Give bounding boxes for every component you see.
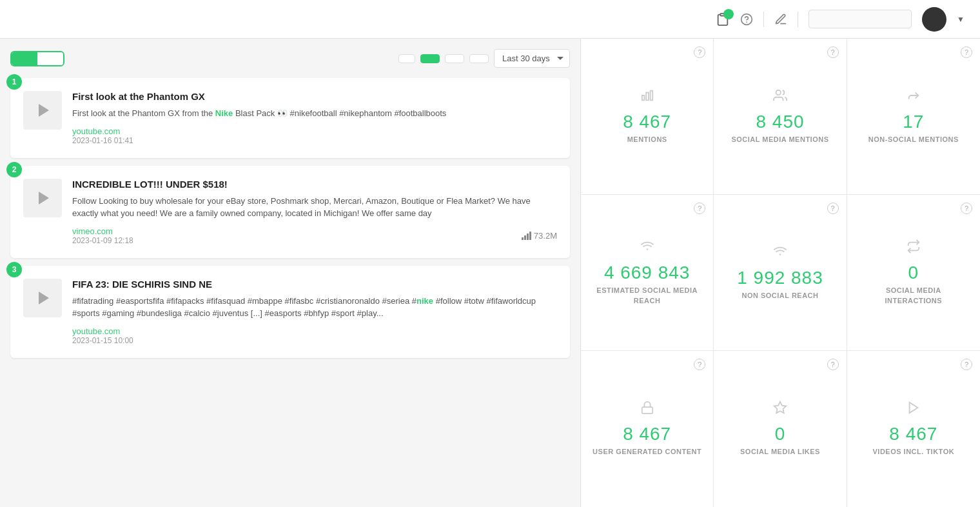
months-button[interactable] — [469, 54, 489, 63]
share-icon — [906, 88, 921, 103]
card-date: 2023-01-09 12:18 — [72, 236, 133, 245]
header: ▼ — [0, 0, 980, 39]
play-icon — [39, 292, 49, 304]
stat-cell: ? 8 467 MENTIONS — [581, 39, 714, 195]
svg-rect-5 — [650, 91, 652, 101]
stat-cell: ? 0 SOCIAL MEDIA LIKES — [714, 351, 847, 507]
stat-cell: ? 8 450 SOCIAL MEDIA MENTIONS — [714, 39, 847, 195]
notification-badge — [723, 9, 734, 19]
days-button[interactable] — [420, 54, 440, 63]
avatar[interactable] — [922, 7, 946, 32]
stat-value: 8 467 — [889, 424, 937, 444]
stat-value: 1 992 883 — [737, 268, 823, 288]
date-range-select[interactable]: Last 30 days — [494, 49, 570, 68]
brand-highlight: Nike — [215, 108, 233, 118]
card-source[interactable]: vimeo.com — [72, 226, 133, 236]
stat-label: SOCIAL MEDIA INTERACTIONS — [858, 286, 970, 306]
svg-marker-11 — [909, 403, 917, 413]
stat-cell: ? 8 467 VIDEOS INCL. TIKTOK — [847, 351, 980, 507]
stat-help-button[interactable]: ? — [694, 359, 705, 370]
stat-help-button[interactable]: ? — [694, 203, 705, 214]
stat-cell: ? 4 669 843 ESTIMATED SOCIAL MEDIA REACH — [581, 195, 714, 351]
stat-value: 0 — [908, 263, 919, 283]
card-footer: youtube.com 2023-01-15 10:00 — [72, 326, 557, 345]
view-tabs — [10, 51, 64, 66]
card-title: FIFA 23: DIE SCHIRIS SIND NE — [72, 279, 557, 290]
stat-cell: ? 8 467 USER GENERATED CONTENT — [581, 351, 714, 507]
bar-chart-icon — [640, 88, 654, 103]
left-panel: Last 30 days 1 First look at the Phantom… — [0, 39, 580, 507]
card-footer: youtube.com 2023-01-16 01:41 — [72, 126, 557, 145]
notifications-button[interactable] — [716, 12, 730, 27]
stat-cell: ? 0 SOCIAL MEDIA INTERACTIONS — [847, 195, 980, 351]
mention-card: 2 INCREDIBLE LOT!!! UNDER $518! Follow L… — [10, 166, 570, 258]
card-content: First look at the Phantom GX First look … — [72, 91, 557, 145]
card-source[interactable]: youtube.com — [72, 326, 133, 336]
star-icon — [773, 401, 787, 415]
thumbnail[interactable] — [23, 179, 62, 217]
svg-marker-10 — [774, 402, 786, 413]
tab-popular-mentions[interactable] — [12, 52, 37, 65]
svg-rect-3 — [642, 95, 644, 100]
stat-label: USER GENERATED CONTENT — [593, 447, 701, 457]
card-source-date: vimeo.com 2023-01-09 12:18 — [72, 226, 133, 245]
mention-card: 1 First look at the Phantom GX First loo… — [10, 78, 570, 158]
search-input[interactable] — [808, 10, 912, 28]
mention-list: 1 First look at the Phantom GX First loo… — [10, 78, 570, 358]
play-icon — [39, 192, 49, 204]
lock-icon — [640, 401, 654, 415]
play-icon — [39, 104, 49, 117]
card-date: 2023-01-15 10:00 — [72, 336, 133, 345]
filter-label — [398, 54, 415, 63]
stat-label: VIDEOS INCL. TIKTOK — [873, 447, 955, 457]
brand-highlight: nike — [416, 296, 433, 306]
avatar-dropdown-icon[interactable]: ▼ — [957, 15, 965, 24]
header-divider — [763, 12, 764, 27]
stat-label: SOCIAL MEDIA LIKES — [740, 447, 820, 457]
tab-popular-profiles[interactable] — [37, 52, 63, 65]
reach-bar-icon — [522, 231, 531, 240]
thumbnail[interactable] — [23, 279, 62, 317]
thumbnail[interactable] — [23, 91, 62, 130]
filter-group: Last 30 days — [398, 49, 570, 68]
stat-help-button[interactable]: ? — [961, 359, 972, 370]
stat-help-button[interactable]: ? — [827, 359, 839, 370]
card-source[interactable]: youtube.com — [72, 126, 133, 136]
rank-badge: 1 — [6, 74, 22, 90]
stat-help-button[interactable]: ? — [961, 203, 972, 214]
stat-label: NON-SOCIAL MENTIONS — [868, 135, 959, 144]
exchange-icon — [906, 239, 921, 254]
stat-help-button[interactable]: ? — [827, 46, 839, 58]
users-icon — [773, 88, 787, 103]
tab-bar: Last 30 days — [10, 49, 570, 68]
stats-grid: ? 8 467 MENTIONS ? 8 450 SOCIAL MEDIA ME… — [580, 39, 980, 507]
card-content: FIFA 23: DIE SCHIRIS SIND NE #fifatradin… — [72, 279, 557, 345]
svg-rect-4 — [646, 92, 649, 100]
main-layout: Last 30 days 1 First look at the Phantom… — [0, 39, 980, 507]
stat-help-button[interactable]: ? — [694, 46, 705, 58]
stat-value: 0 — [775, 424, 786, 444]
stat-label: MENTIONS — [627, 135, 667, 144]
stat-value: 4 669 843 — [604, 263, 691, 283]
svg-point-6 — [776, 90, 781, 95]
stat-value: 8 450 — [756, 112, 804, 132]
card-reach: 73.2M — [522, 231, 557, 241]
weeks-button[interactable] — [445, 54, 464, 63]
card-source-date: youtube.com 2023-01-16 01:41 — [72, 126, 133, 145]
help-button[interactable] — [740, 12, 753, 26]
mention-card: 3 FIFA 23: DIE SCHIRIS SIND NE #fifatrad… — [10, 266, 570, 358]
card-description: #fifatrading #easportsfifa #fifapacks #f… — [72, 295, 557, 320]
wifi-icon — [773, 244, 787, 259]
stat-label: SOCIAL MEDIA MENTIONS — [731, 135, 828, 144]
card-title: First look at the Phantom GX — [72, 91, 557, 102]
card-date: 2023-01-16 01:41 — [72, 136, 133, 145]
card-description: Follow Looking to buy wholesale for your… — [72, 195, 557, 220]
help-icon — [740, 13, 753, 26]
settings-button[interactable] — [774, 12, 787, 26]
card-source-date: youtube.com 2023-01-15 10:00 — [72, 326, 133, 345]
wifi-icon — [640, 239, 654, 254]
stat-help-button[interactable]: ? — [961, 46, 972, 58]
rank-badge: 3 — [6, 262, 22, 277]
stat-help-button[interactable]: ? — [827, 203, 839, 214]
stat-value: 8 467 — [623, 112, 671, 132]
